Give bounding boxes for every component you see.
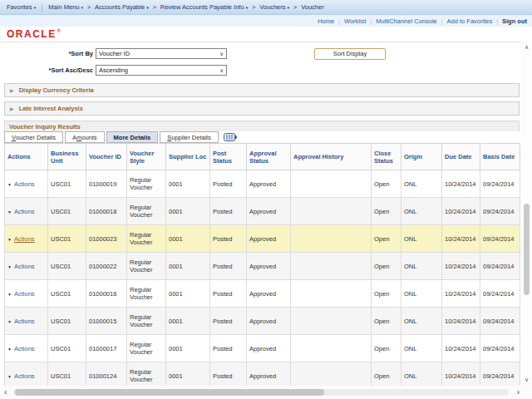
table-cell: Open [372, 225, 401, 253]
table-cell: ONL [401, 280, 442, 308]
actions-link[interactable]: Actions [14, 290, 35, 298]
table-cell: Open [372, 280, 401, 308]
breadcrumb-separator-icon: > [293, 4, 297, 10]
table-cell: 0001 [166, 170, 210, 198]
table-cell: USC01 [48, 308, 86, 335]
table-cell [291, 225, 372, 253]
actions-dropdown-icon[interactable]: ▼ [7, 374, 12, 379]
table-cell: Posted [210, 225, 247, 253]
utility-links: Home|Worklist|MultiChannel Console|Add t… [318, 17, 502, 25]
actions-dropdown-icon[interactable]: ▼ [7, 209, 12, 214]
table-cell: ONL [401, 198, 442, 225]
horizontal-scroll-thumb[interactable] [15, 389, 324, 396]
table-cell: USC01 [48, 280, 86, 308]
sort-asc-desc-select[interactable]: Ascending ∨ [96, 65, 227, 76]
utility-bar: Home|Worklist|MultiChannel Console|Add t… [0, 15, 532, 27]
chevron-down-icon: ▾ [288, 5, 290, 10]
table-cell: ONL [401, 170, 442, 198]
utility-link[interactable]: Worklist [344, 17, 367, 25]
breadcrumb-item[interactable]: Accounts Payable▾ [95, 3, 149, 11]
actions-link[interactable]: Actions [14, 180, 35, 188]
horizontal-scrollbar[interactable]: ‹ › [0, 386, 532, 399]
table-cell: 09/24/2014 [480, 308, 520, 335]
utility-link[interactable]: MultiChannel Console [376, 17, 436, 25]
tab-supplier-details[interactable]: Supplier Details [160, 131, 219, 143]
actions-link[interactable]: Actions [14, 372, 35, 380]
table-cell: ONL [401, 225, 442, 253]
table-cell: 09/24/2014 [480, 198, 520, 225]
sort-display-button[interactable]: Sort Display [314, 48, 386, 60]
breadcrumb-item[interactable]: Voucher [301, 3, 324, 11]
breadcrumb-separator-icon: > [87, 4, 91, 10]
horizontal-scroll-track[interactable] [13, 389, 509, 396]
table-cell: Approved [247, 225, 291, 253]
breadcrumb-bar: Favorites ▾ Main Menu▾>Accounts Payable▾… [0, 0, 532, 15]
table-cell: Open [372, 253, 401, 280]
favorites-label: Favorites [7, 3, 32, 11]
sort-asc-desc-label: *Sort Asc/Desc [0, 66, 93, 74]
actions-link[interactable]: Actions [14, 318, 35, 325]
scroll-up-icon[interactable]: ∧ [521, 44, 532, 51]
table-cell: USC01 [48, 335, 86, 362]
table-cell: 0001 [166, 280, 210, 308]
table-cell: ONL [401, 335, 442, 362]
chevron-down-icon: ∨ [219, 67, 224, 74]
actions-cell: ▼Actions [5, 170, 48, 198]
sort-asc-desc-value: Ascending [99, 66, 128, 74]
breadcrumb-item[interactable]: Vouchers▾ [259, 3, 289, 11]
actions-link[interactable]: Actions [14, 235, 35, 243]
table-cell: 09/24/2014 [480, 335, 520, 362]
scroll-left-icon[interactable]: ‹ [4, 386, 7, 399]
section-display-currency-criteria[interactable]: ▶ Display Currency Criteria [4, 83, 520, 97]
actions-link[interactable]: Actions [14, 345, 35, 352]
column-header: Approval History [291, 144, 372, 170]
scroll-down-icon[interactable]: ∨ [521, 377, 532, 383]
table-cell: Open [372, 335, 401, 362]
favorites-menu[interactable]: Favorites ▾ [7, 3, 36, 11]
table-cell: 0001 [166, 225, 210, 253]
actions-dropdown-icon[interactable]: ▼ [7, 182, 12, 187]
actions-link[interactable]: Actions [14, 208, 35, 215]
table-cell [291, 280, 372, 308]
table-cell: 10/24/2014 [442, 308, 480, 335]
table-cell: Posted [210, 280, 247, 308]
utility-link[interactable]: Add to Favorites [447, 17, 493, 25]
section-late-interest-analysis[interactable]: ▶ Late Interest Analysis [4, 101, 520, 116]
breadcrumb-item[interactable]: Main Menu▾ [48, 3, 83, 11]
tab-amounts[interactable]: Amounts [65, 131, 105, 143]
utility-link[interactable]: Home [318, 17, 334, 25]
vertical-scrollbar[interactable]: ∧ ∨ [521, 42, 532, 386]
table-cell: 01000019 [86, 170, 127, 198]
voucher-table: ActionsBusiness UnitVoucher IDVoucher St… [4, 143, 520, 390]
vertical-scroll-thumb[interactable] [524, 204, 530, 295]
table-cell: 10/24/2014 [442, 280, 480, 308]
tab-voucher-details[interactable]: Voucher Details [4, 131, 63, 143]
column-header: Business Unit [48, 144, 86, 170]
tab-more-details[interactable]: More Details [106, 131, 159, 143]
sort-by-select[interactable]: Voucher ID ∨ [96, 48, 227, 59]
table-cell: USC01 [48, 170, 86, 198]
breadcrumb-item[interactable]: Review Accounts Payable Info▾ [160, 3, 248, 11]
sign-out-link[interactable]: Sign out [502, 17, 527, 25]
table-cell: Posted [210, 308, 247, 335]
actions-dropdown-icon[interactable]: ▼ [7, 319, 12, 324]
actions-dropdown-icon[interactable]: ▼ [7, 347, 12, 352]
table-cell: Regular Voucher [127, 198, 166, 225]
chevron-down-icon: ▾ [81, 5, 83, 10]
table-cell: Regular Voucher [127, 335, 166, 362]
actions-dropdown-icon[interactable]: ▼ [7, 237, 12, 242]
chevron-down-icon: ▾ [146, 5, 149, 10]
table-cell: USC01 [48, 198, 86, 225]
actions-dropdown-icon[interactable]: ▼ [7, 264, 12, 269]
show-all-columns-icon[interactable] [224, 131, 238, 143]
table-cell: Posted [210, 335, 247, 362]
actions-link[interactable]: Actions [14, 263, 35, 270]
table-cell: Regular Voucher [127, 225, 166, 253]
table-cell: 10/24/2014 [442, 335, 480, 362]
scroll-right-icon[interactable]: › [517, 386, 520, 399]
breadcrumb-separator-icon: > [252, 4, 255, 10]
sort-by-row: *Sort By Voucher ID ∨ Sort Display [0, 48, 532, 59]
oracle-logo: ORACLE® [7, 28, 62, 40]
actions-dropdown-icon[interactable]: ▼ [7, 292, 12, 297]
divider: | [338, 18, 340, 24]
